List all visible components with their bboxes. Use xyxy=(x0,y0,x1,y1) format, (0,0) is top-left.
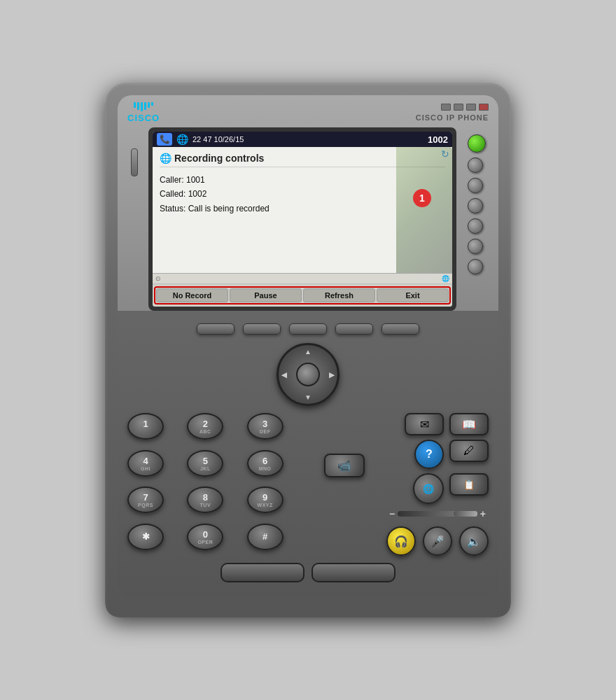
key-pound[interactable]: # xyxy=(247,524,284,550)
key-1[interactable]: 1 xyxy=(127,413,164,440)
audio-controls-row: 🎧 🎤 🔈 xyxy=(386,526,489,556)
left-handset[interactable] xyxy=(220,563,304,582)
phone-top-section: CISCO CISCO IP PHONE xyxy=(118,95,498,311)
handset-button[interactable]: 🖊 xyxy=(449,440,489,462)
key-star[interactable]: ✱ xyxy=(127,524,164,550)
softkey-physical-3[interactable] xyxy=(289,323,327,335)
line-icon: 📋 xyxy=(463,479,475,490)
phone-lower: 1 2ABC 3DEF 4GHI 5JKL 6MNO 7PQRS 8TUV 9W… xyxy=(127,413,489,556)
messages-button[interactable]: ✉ xyxy=(405,413,444,435)
status-bar: 📞 🌐 22 47 10/26/15 1002 xyxy=(153,132,452,147)
cisco-logo-text: CISCO xyxy=(127,113,160,123)
key-3[interactable]: 3DEF xyxy=(247,413,284,440)
nav-center-btn[interactable] xyxy=(296,363,320,386)
volume-slider: − + xyxy=(386,508,489,519)
softkey-row-container: 2 ⊙ 🌐 No Record Pause Refresh xyxy=(153,273,452,307)
phone-header: CISCO CISCO IP PHONE xyxy=(127,102,489,123)
line-btn-6[interactable] xyxy=(468,259,483,274)
settings-func-row: 🌐 📋 xyxy=(386,473,489,504)
contacts-icon: 📖 xyxy=(462,418,476,431)
softkey-bar: No Record Pause Refresh Exit xyxy=(153,284,452,307)
screen-clock-icon: ⊙ xyxy=(155,275,161,282)
screen-refresh-arrow: ↻ xyxy=(441,148,449,160)
video-button[interactable]: 📹 xyxy=(324,454,365,477)
restore-btn[interactable] xyxy=(454,104,463,111)
line-btn-1[interactable] xyxy=(468,158,483,173)
volume-minus[interactable]: − xyxy=(389,508,395,519)
softkey-physical-2[interactable] xyxy=(243,323,281,335)
globe-icon: 🌐 xyxy=(176,134,188,145)
speaker-icon: 🔈 xyxy=(467,535,481,548)
mute-icon: 🎤 xyxy=(430,535,444,548)
nav-left-icon[interactable]: ◀ xyxy=(281,371,287,379)
speaker-button[interactable]: 🔈 xyxy=(459,526,489,556)
cisco-logo-bars xyxy=(134,102,153,111)
close-btn[interactable] xyxy=(479,104,489,111)
headset-icon: 🎧 xyxy=(394,535,408,548)
mute-button[interactable]: 🎤 xyxy=(423,526,452,556)
nav-down-icon[interactable]: ▼ xyxy=(304,393,312,401)
line-btn-3[interactable] xyxy=(468,198,483,214)
key-7[interactable]: 7PQRS xyxy=(127,486,164,513)
softkey-physical-row xyxy=(127,323,489,335)
exit-button[interactable]: Exit xyxy=(377,288,449,302)
screen-content: 1 🌐 Recording controls Caller: 1001 Call… xyxy=(153,147,452,273)
right-handset[interactable] xyxy=(312,563,396,582)
line-btn-5[interactable] xyxy=(468,239,483,254)
key-0[interactable]: 0OPER xyxy=(187,524,223,550)
cisco-logo: CISCO xyxy=(127,102,160,123)
line-active-button[interactable]: 📋 xyxy=(449,473,489,496)
volume-plus[interactable]: + xyxy=(480,508,486,519)
refresh-button[interactable]: Refresh xyxy=(303,288,375,302)
help-button[interactable]: ? xyxy=(414,440,444,469)
no-record-button[interactable]: No Record xyxy=(156,288,228,302)
nav-up-icon[interactable]: ▲ xyxy=(304,348,312,356)
navigation-area: ▲ ▼ ◀ ▶ xyxy=(127,343,489,406)
screen-container: 📞 🌐 22 47 10/26/15 1002 1 🌐 Recording co… xyxy=(148,127,456,311)
volume-side-bar[interactable] xyxy=(131,148,138,176)
title-globe-icon: 🌐 xyxy=(160,153,172,164)
video-icon: 📹 xyxy=(337,459,351,472)
screen-extension: 1002 xyxy=(428,134,448,145)
screen-time: 22 47 10/26/15 xyxy=(192,135,424,144)
softkey-highlight: No Record Pause Refresh Exit xyxy=(154,286,451,304)
phone-body: ▲ ▼ ◀ ▶ 1 2ABC 3DEF 4GHI 5JKL 6MNO 7PQRS… xyxy=(118,311,498,596)
minimize-btn[interactable] xyxy=(441,104,451,111)
settings-button[interactable]: 🌐 xyxy=(413,473,444,504)
key-6[interactable]: 6MNO xyxy=(247,450,284,477)
screen-globe-bottom: 🌐 xyxy=(442,275,449,282)
window-controls xyxy=(441,104,489,111)
annotation-badge-1: 1 xyxy=(413,189,431,207)
softkey-physical-5[interactable] xyxy=(382,323,419,335)
nav-ring[interactable]: ▲ ▼ ◀ ▶ xyxy=(276,343,340,406)
key-8[interactable]: 8TUV xyxy=(187,486,223,513)
handset-icon: 🖊 xyxy=(463,444,475,457)
phone-device: CISCO CISCO IP PHONE xyxy=(105,83,511,617)
key-9[interactable]: 9WXYZ xyxy=(247,486,284,513)
contacts-button[interactable]: 📖 xyxy=(449,413,489,435)
top-func-row: ✉ 📖 xyxy=(386,413,489,435)
messages-icon: ✉ xyxy=(420,418,429,431)
volume-track[interactable] xyxy=(398,511,477,517)
phone-brand-text: CISCO IP PHONE xyxy=(416,113,489,122)
key-5[interactable]: 5JKL xyxy=(187,450,223,477)
softkey-physical-1[interactable] xyxy=(197,323,234,335)
pause-button[interactable]: Pause xyxy=(230,288,302,302)
center-column: 📹 xyxy=(309,413,379,556)
maximize-btn[interactable] xyxy=(466,104,476,111)
keypad: 1 2ABC 3DEF 4GHI 5JKL 6MNO 7PQRS 8TUV 9W… xyxy=(127,413,302,556)
key-2[interactable]: 2ABC xyxy=(187,413,223,440)
right-column: ✉ 📖 ? 🖊 xyxy=(386,413,489,556)
help-icon: ? xyxy=(426,448,433,461)
phone-icon: 📞 xyxy=(157,133,172,146)
nav-right-icon[interactable]: ▶ xyxy=(329,371,335,379)
softkey-physical-4[interactable] xyxy=(335,323,373,335)
key-4[interactable]: 4GHI xyxy=(127,450,164,477)
handset-bar xyxy=(127,563,489,582)
line-btn-2[interactable] xyxy=(468,178,483,193)
phone-screen: 📞 🌐 22 47 10/26/15 1002 1 🌐 Recording co… xyxy=(153,132,452,307)
headset-button[interactable]: 🎧 xyxy=(386,526,416,556)
screen-title-text: Recording controls xyxy=(174,153,264,164)
line-btn-4[interactable] xyxy=(468,218,483,234)
green-indicator xyxy=(468,134,486,153)
